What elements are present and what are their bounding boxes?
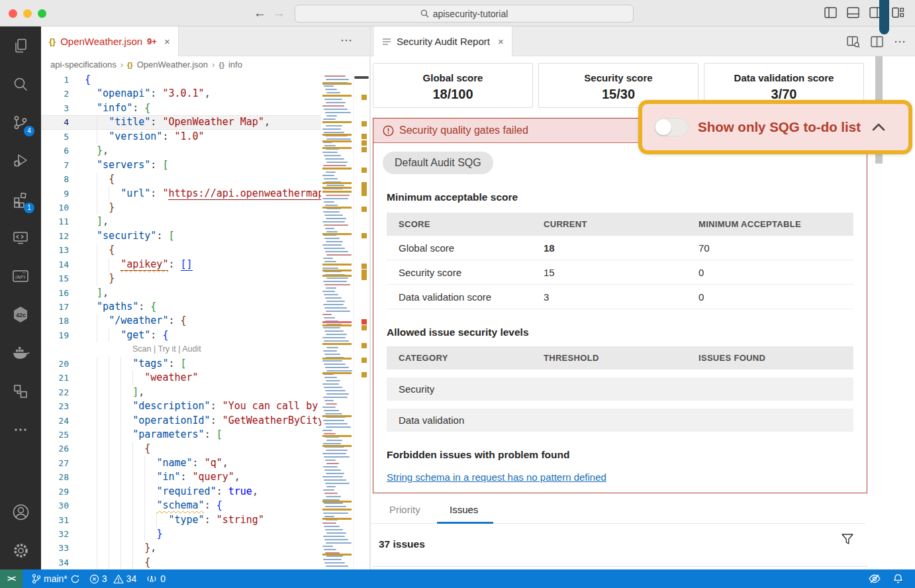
code-line[interactable]: 32 } <box>41 527 369 541</box>
code-line[interactable]: 3 "info": { <box>41 101 369 115</box>
panel-more-actions-icon[interactable]: ⋯ <box>894 34 906 49</box>
code-line[interactable]: 26 { <box>41 442 369 456</box>
breadcrumb-folder[interactable]: api-specifications <box>50 60 117 70</box>
tab-close-icon[interactable]: × <box>164 36 170 47</box>
code-line[interactable]: 11 ], <box>41 215 369 228</box>
table-header-row: SCORE CURRENT MINIMUM ACCEPTABLE <box>387 213 853 236</box>
breadcrumb-file[interactable]: OpenWeather.json <box>137 60 208 70</box>
code-line[interactable]: 29 "required": true, <box>41 485 369 499</box>
panel-scroll-indicator <box>879 0 889 34</box>
activity-docker-icon[interactable] <box>0 334 41 372</box>
back-arrow-icon[interactable]: ← <box>254 5 266 22</box>
code-line[interactable]: 23 "description": "You can call by c <box>41 399 369 413</box>
breadcrumb[interactable]: api-specifications › {} OpenWeather.json… <box>41 56 369 73</box>
tab-security-audit-report[interactable]: Security Audit Report × <box>374 26 512 56</box>
activity-extensions-icon[interactable]: 1 <box>0 180 41 219</box>
window-close-button[interactable] <box>9 9 17 18</box>
overview-ruler[interactable] <box>353 73 369 569</box>
code-line[interactable]: 14 "apikey": [] <box>41 258 369 271</box>
code-line[interactable]: 19 "get": { <box>41 328 369 342</box>
code-line[interactable]: 16 ], <box>41 286 369 300</box>
code-line[interactable]: 25 "parameters": [ <box>41 428 369 442</box>
activity-files-icon[interactable] <box>0 26 41 65</box>
line-number: 24 <box>41 414 78 428</box>
code-line[interactable]: 15 } <box>41 271 369 285</box>
audit-broadcast-item[interactable]: 0 <box>146 573 166 584</box>
window-minimize-button[interactable] <box>23 9 32 18</box>
line-number: 5 <box>41 130 78 144</box>
line-number: 21 <box>41 371 78 385</box>
customize-layout-icon[interactable] <box>892 7 904 19</box>
activity-openapi-icon[interactable]: /API <box>0 257 41 295</box>
activity-settings-icon[interactable] <box>0 531 41 569</box>
activity-remote-explorer-icon[interactable] <box>0 219 41 257</box>
toggle-sidebar-icon[interactable] <box>824 7 837 19</box>
tab-priority[interactable]: Priority <box>389 504 420 515</box>
code-line[interactable]: 6 }, <box>41 144 369 158</box>
activity-run-debug-icon[interactable] <box>0 142 41 180</box>
line-number: 10 <box>41 201 78 215</box>
chevron-up-icon[interactable] <box>871 122 886 132</box>
minimap[interactable] <box>321 73 353 569</box>
code-line[interactable]: 5 "version": "1.0" <box>41 130 369 144</box>
table-row: Global score1870 <box>387 236 853 260</box>
activity-search-icon[interactable] <box>0 65 41 103</box>
table-row: Data validation score30 <box>387 285 853 309</box>
sqg-todo-toggle[interactable] <box>654 118 689 136</box>
copilot-disabled-item[interactable] <box>868 573 881 584</box>
code-line[interactable]: 30 "schema": { <box>41 499 369 513</box>
scrollbar-thumb[interactable] <box>354 76 369 79</box>
code-line[interactable]: 8 { <box>41 172 369 186</box>
activity-source-control-icon[interactable]: 4 <box>0 103 41 142</box>
code-line[interactable]: 22 ], <box>41 385 369 399</box>
tab-close-icon[interactable]: × <box>498 36 504 47</box>
code-line[interactable]: 28 "in": "query", <box>41 470 369 484</box>
sqg-name-pill[interactable]: Default Audit SQG <box>383 152 493 174</box>
broadcast-icon <box>146 574 158 584</box>
filter-icon[interactable] <box>841 533 854 546</box>
error-circle-icon <box>383 125 394 136</box>
code-line[interactable]: 18 "/weather": { <box>41 314 369 328</box>
window-zoom-button[interactable] <box>38 9 46 18</box>
editor-more-actions-icon[interactable]: ⋯ <box>340 33 352 48</box>
col-header: THRESHOLD <box>544 353 698 363</box>
code-line[interactable]: 21 "weather" <box>41 371 369 385</box>
problems-item[interactable]: 3 34 <box>89 573 136 584</box>
codelens-actions[interactable]: Scan | Try it | Audit <box>78 342 201 356</box>
code-line[interactable]: 4 "title": "OpenWeather Map", <box>41 115 369 129</box>
split-editor-icon[interactable] <box>871 36 883 48</box>
code-line[interactable]: 1{ <box>41 73 369 87</box>
open-preview-icon[interactable] <box>847 36 860 48</box>
git-branch-item[interactable]: main* <box>32 573 80 584</box>
code-line[interactable]: 2 "openapi": "3.0.1", <box>41 87 369 101</box>
command-center-search[interactable]: apisecurity-tutorial <box>295 5 634 23</box>
notifications-item[interactable] <box>893 573 903 584</box>
code-line[interactable]: 31 "type": "string" <box>41 513 369 527</box>
line-number: 4 <box>41 115 78 129</box>
code-editor[interactable]: 1{2 "openapi": "3.0.1",3 "info": {4 "tit… <box>41 73 369 569</box>
code-line[interactable]: 9 "url": "https://api.openweathermap <box>41 187 369 201</box>
code-line[interactable]: 24 "operationId": "GetWeatherByCityN <box>41 414 369 428</box>
json-file-icon: {} <box>49 36 56 46</box>
activity-42crunch-icon[interactable]: 42c <box>0 295 41 334</box>
code-line[interactable]: 33 }, <box>41 541 369 555</box>
breadcrumb-symbol[interactable]: info <box>228 60 242 70</box>
toggle-panel-icon[interactable] <box>847 7 859 19</box>
activity-account-icon[interactable] <box>0 493 41 531</box>
code-line[interactable]: 13 { <box>41 243 369 257</box>
code-line[interactable]: 34 { <box>41 556 369 569</box>
code-line[interactable]: 17 "paths": { <box>41 300 369 314</box>
code-line[interactable]: 10 } <box>41 201 369 215</box>
code-line[interactable]: 7 "servers": [ <box>41 158 369 172</box>
tab-openweather-json[interactable]: {} OpenWeather.json 9+ × <box>41 26 179 56</box>
code-line[interactable]: 12 "security": [ <box>41 229 369 243</box>
forbidden-issue-link[interactable]: String schema in a request has no patter… <box>387 471 606 483</box>
code-line[interactable]: 27 "name": "q", <box>41 456 369 470</box>
codelens-row[interactable]: Scan | Try it | Audit <box>41 342 369 356</box>
ruler-warning-mark <box>361 95 367 100</box>
code-line[interactable]: 20 "tags": [ <box>41 357 369 371</box>
activity-containers-icon[interactable] <box>0 372 41 411</box>
remote-indicator[interactable]: >< <box>0 569 23 588</box>
activity-more-icon[interactable] <box>0 411 41 449</box>
tab-issues[interactable]: Issues <box>450 504 478 515</box>
